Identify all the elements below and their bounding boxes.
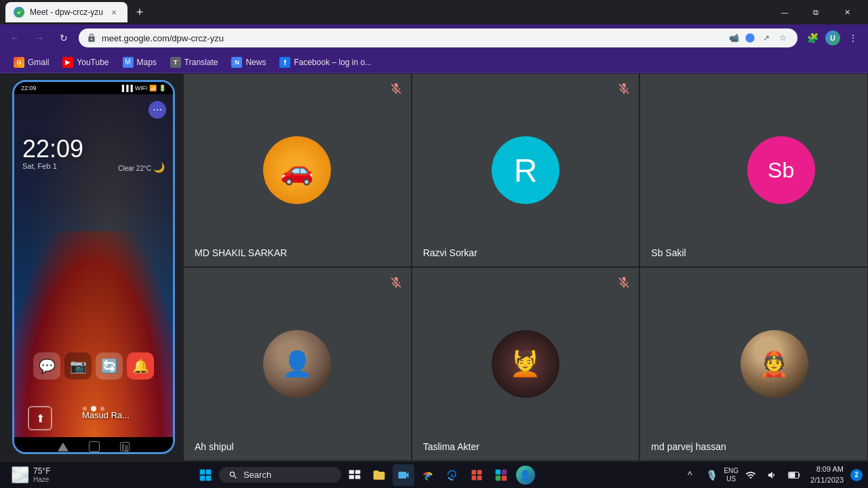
svg-rect-9 bbox=[355, 475, 361, 479]
volume-icon[interactable] bbox=[763, 466, 782, 485]
meet-taskbar-button[interactable] bbox=[393, 464, 414, 486]
forward-button[interactable]: → bbox=[30, 28, 49, 47]
notification-badge[interactable]: 2 bbox=[850, 469, 863, 481]
file-explorer-button[interactable] bbox=[368, 464, 390, 486]
lang-region: US bbox=[726, 475, 736, 483]
close-button[interactable]: ✕ bbox=[831, 0, 863, 24]
participant-tile-razvi[interactable]: R Razvi Sorkar bbox=[412, 73, 640, 267]
weather-condition: Haze bbox=[33, 476, 50, 483]
phone-camera-icon[interactable]: 📷 bbox=[64, 352, 92, 380]
svg-rect-7 bbox=[355, 470, 361, 474]
participant-tile-ahshipul[interactable]: 👤 Ah shipul bbox=[183, 267, 412, 461]
phone-panel: 22:09 ▐▐▐ WiFi 📶 🔋 ⋯ 22:09 Sat, Feb 1 Cl… bbox=[0, 73, 183, 461]
browser-chrome: Meet - dpw-crcz-yzu ✕ + — ⧉ ✕ ← → ↻ meet… bbox=[0, 0, 868, 73]
bookmark-translate[interactable]: T Translate bbox=[165, 55, 224, 70]
bookmark-news[interactable]: N News bbox=[226, 55, 271, 70]
participant-tile-parvej[interactable]: 👲 md parvej hassan bbox=[639, 267, 868, 461]
windows-start-button[interactable] bbox=[195, 464, 216, 486]
name-taslima: Taslima Akter bbox=[423, 441, 479, 452]
profile-icon[interactable]: U bbox=[823, 28, 842, 47]
phone-frame: 22:09 ▐▐▐ WiFi 📶 🔋 ⋯ 22:09 Sat, Feb 1 Cl… bbox=[12, 80, 175, 454]
google-apps-icon[interactable] bbox=[743, 31, 757, 45]
mute-icon-shakil bbox=[389, 82, 403, 99]
phone-more-options[interactable]: ⋯ bbox=[149, 101, 166, 119]
svg-rect-5 bbox=[206, 475, 212, 481]
share-icon[interactable]: ↗ bbox=[760, 31, 773, 45]
participant-tile-taslima[interactable]: 💆 Taslima Akter bbox=[412, 267, 640, 461]
phone-back-btn[interactable] bbox=[58, 443, 68, 451]
nav-dot-1 bbox=[83, 407, 87, 411]
svg-rect-12 bbox=[477, 470, 482, 474]
url-text: meet.google.com/dpw-crcz-yzu bbox=[102, 33, 722, 43]
name-sb: Sb Sakil bbox=[651, 247, 686, 258]
svg-rect-20 bbox=[799, 473, 800, 476]
svg-rect-21 bbox=[789, 472, 795, 478]
participant-tile-sb[interactable]: Sb Sb Sakil bbox=[639, 73, 868, 267]
screen-share-icon[interactable]: 📹 bbox=[727, 31, 741, 45]
bookmark-youtube[interactable]: ▶ YouTube bbox=[57, 55, 114, 70]
avatar-shakil: 🚗 bbox=[263, 136, 331, 204]
chrome-taskbar-button[interactable] bbox=[417, 464, 439, 486]
address-field[interactable]: meet.google.com/dpw-crcz-yzu 📹 ↗ ☆ bbox=[79, 28, 797, 47]
weather-temp: 75°F bbox=[33, 466, 50, 476]
profile-app-button[interactable]: 👤 bbox=[515, 464, 536, 486]
participant-tile-shakil[interactable]: 🚗 MD SHAKIL SARKAR bbox=[183, 73, 412, 267]
tab-close-button[interactable]: ✕ bbox=[108, 7, 119, 18]
minimize-button[interactable]: — bbox=[769, 0, 800, 24]
back-button[interactable]: ← bbox=[5, 28, 24, 47]
more-options-icon[interactable]: ⋮ bbox=[844, 28, 863, 47]
new-tab-button[interactable]: + bbox=[130, 3, 149, 22]
phone-recent-btn[interactable] bbox=[120, 442, 130, 451]
phone-app3-icon[interactable]: 🔄 bbox=[96, 352, 123, 380]
svg-rect-15 bbox=[496, 469, 501, 474]
extensions-icon[interactable]: 🧩 bbox=[803, 28, 822, 47]
avatar-sb: Sb bbox=[747, 136, 815, 204]
active-tab[interactable]: Meet - dpw-crcz-yzu ✕ bbox=[5, 2, 127, 22]
battery-icon[interactable] bbox=[785, 466, 804, 485]
refresh-button[interactable]: ↻ bbox=[54, 28, 73, 47]
wifi-icon[interactable] bbox=[741, 466, 760, 485]
taskbar: 🌫️ 75°F Haze Search bbox=[0, 461, 868, 488]
svg-rect-16 bbox=[502, 469, 507, 474]
microphone-icon[interactable]: 🎙️ bbox=[702, 466, 721, 485]
avatar-taslima: 💆 bbox=[492, 330, 559, 398]
title-bar: Meet - dpw-crcz-yzu ✕ + — ⧉ ✕ bbox=[0, 0, 868, 24]
taskbar-right: ^ 🎙️ ENG US bbox=[680, 463, 863, 487]
svg-rect-3 bbox=[206, 469, 212, 474]
name-parvej: md parvej hassan bbox=[651, 441, 726, 452]
task-view-button[interactable] bbox=[344, 464, 366, 486]
bookmark-gmail[interactable]: G Gmail bbox=[8, 55, 54, 70]
phone-notifications-icon[interactable]: 🔔 bbox=[127, 352, 154, 380]
clock-widget[interactable]: 8:09 AM 2/11/2023 bbox=[806, 463, 848, 487]
main-content: 22:09 ▐▐▐ WiFi 📶 🔋 ⋯ 22:09 Sat, Feb 1 Cl… bbox=[0, 73, 868, 461]
phone-weather: Clear 22°C 🌙 bbox=[118, 162, 165, 173]
svg-point-0 bbox=[15, 8, 23, 16]
language-indicator[interactable]: ENG US bbox=[724, 467, 738, 483]
show-hidden-icons[interactable]: ^ bbox=[680, 466, 699, 485]
weather-icon: 🌫️ bbox=[11, 466, 29, 484]
tab-favicon bbox=[14, 7, 24, 18]
svg-rect-17 bbox=[496, 475, 501, 481]
svg-rect-4 bbox=[200, 475, 205, 481]
clock-time: 8:09 AM bbox=[816, 464, 844, 474]
lock-icon bbox=[87, 33, 96, 43]
store-app-button[interactable] bbox=[490, 464, 512, 486]
bookmark-star-icon[interactable]: ☆ bbox=[776, 31, 789, 45]
weather-info: 75°F Haze bbox=[33, 466, 50, 483]
search-icon bbox=[229, 470, 238, 480]
maximize-button[interactable]: ⧉ bbox=[800, 0, 831, 24]
another-app-button[interactable] bbox=[466, 464, 488, 486]
phone-home-btn[interactable] bbox=[89, 441, 100, 452]
svg-rect-11 bbox=[471, 470, 476, 474]
phone-date: Sat, Feb 1 bbox=[22, 162, 57, 170]
weather-condition: Clear 22°C bbox=[118, 165, 151, 172]
weather-widget[interactable]: 🌫️ 75°F Haze bbox=[5, 466, 56, 484]
phone-messages-icon[interactable]: 💬 bbox=[33, 352, 60, 380]
phone-status-bar: 22:09 ▐▐▐ WiFi 📶 🔋 bbox=[14, 82, 173, 94]
bookmark-facebook[interactable]: f Facebook – log in o... bbox=[274, 55, 377, 70]
phone-screen: ⋯ 22:09 Sat, Feb 1 Clear 22°C 🌙 💬 📷 🔄 🔔 … bbox=[14, 94, 173, 437]
edge-taskbar-button[interactable] bbox=[441, 464, 463, 486]
taskbar-search-bar[interactable]: Search bbox=[219, 467, 341, 483]
bookmark-maps[interactable]: M Maps bbox=[117, 55, 162, 70]
avatar-parvej: 👲 bbox=[741, 330, 808, 398]
